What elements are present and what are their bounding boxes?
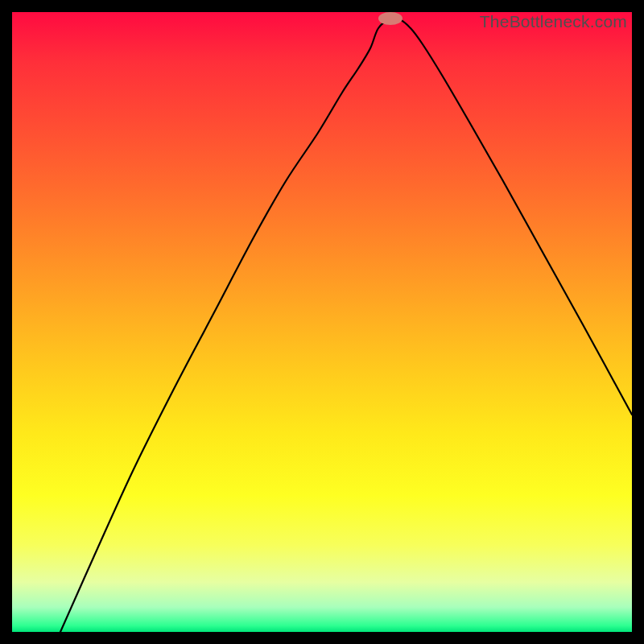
chart-svg — [12, 12, 632, 632]
optimal-marker — [378, 12, 402, 25]
watermark-text: TheBottleneck.com — [480, 12, 627, 31]
chart-frame: TheBottleneck.com — [0, 0, 644, 644]
bottleneck-curve — [60, 18, 632, 633]
plot-background: TheBottleneck.com — [12, 12, 632, 632]
